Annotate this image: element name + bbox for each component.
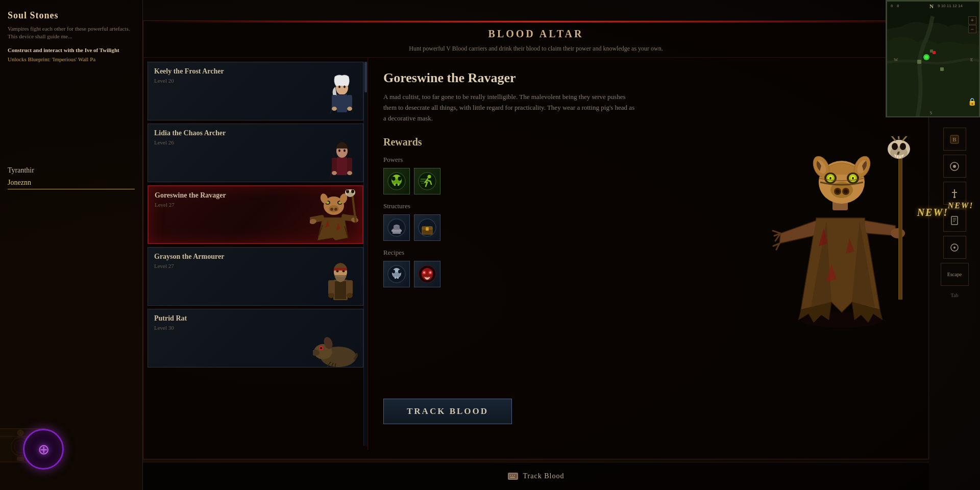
target-goreswine-info: Goreswine the Ravager Level 27 (155, 191, 226, 208)
svg-text:S: S (929, 110, 932, 115)
svg-text:N: N (929, 3, 934, 9)
svg-point-29 (330, 208, 333, 211)
power-icon-2[interactable] (414, 168, 440, 194)
target-list: Keely the Frost Archer Level 20 (143, 58, 368, 450)
target-lidia-name: Lidia the Chaos Archer (154, 129, 226, 137)
bottom-track-blood-label[interactable]: Track Blood (523, 472, 565, 480)
right-btn-escape[interactable]: Escape (941, 263, 969, 286)
altar-content: Keely the Frost Archer Level 20 (143, 58, 928, 450)
svg-rect-132 (512, 475, 513, 476)
zoom-out-button[interactable]: − (968, 25, 976, 33)
svg-point-30 (334, 208, 337, 211)
target-keely[interactable]: Keely the Frost Archer Level 20 (148, 62, 363, 120)
minimap-zoom-controls: + − (968, 16, 976, 33)
svg-rect-12 (347, 95, 352, 108)
target-rat-name: Putrid Rat (154, 314, 187, 323)
svg-rect-88 (397, 277, 399, 279)
svg-point-41 (351, 190, 354, 193)
recipe-icon-1[interactable] (383, 261, 410, 287)
track-blood-button[interactable]: TRACK BLOOD (383, 399, 512, 424)
svg-rect-15 (337, 157, 347, 175)
scrollbar[interactable] (363, 62, 368, 446)
soul-stones-desc: Vampires fight each other for these powe… (8, 25, 135, 41)
svg-point-28 (329, 205, 339, 212)
target-lidia[interactable]: Lidia the Chaos Archer Level 26 (148, 124, 363, 182)
minimap[interactable]: N W E S 6 8 9 10 11 12 14 + − 🔒 (886, 0, 980, 117)
power-icon-1[interactable] (383, 168, 410, 194)
svg-rect-76 (394, 226, 400, 230)
svg-point-13 (332, 107, 337, 111)
svg-rect-75 (391, 230, 402, 232)
svg-point-129 (847, 173, 859, 184)
boss-character-svg (770, 136, 913, 330)
svg-text:B: B (952, 136, 956, 142)
minimap-lock-icon[interactable]: 🔒 (968, 97, 976, 106)
escape-label: Escape (947, 272, 962, 277)
right-btn-circle[interactable] (943, 236, 966, 259)
svg-rect-87 (395, 277, 396, 279)
tab-label: Tab (951, 292, 959, 298)
structure-icon-1[interactable] (383, 214, 410, 241)
target-rat-info: Putrid Rat Level 30 (154, 314, 187, 331)
svg-point-99 (891, 228, 905, 238)
svg-rect-7 (337, 94, 347, 112)
svg-rect-45 (335, 281, 346, 299)
svg-text:6: 6 (891, 4, 893, 8)
bottom-bar-keyboard-icon (508, 473, 518, 480)
target-rat-portrait (313, 309, 359, 367)
svg-rect-11 (332, 95, 337, 108)
right-btn-b[interactable]: B (943, 128, 966, 151)
svg-point-114 (836, 189, 840, 193)
svg-rect-149 (917, 60, 921, 64)
altar-subtitle: Hunt powerful V Blood carriers and drink… (154, 44, 918, 53)
target-grayson-portrait (323, 248, 359, 305)
target-rat-level: Level 30 (154, 325, 187, 331)
target-grayson-name: Grayson the Armourer (154, 253, 224, 261)
target-putrid-rat[interactable]: Putrid Rat Level 30 (148, 309, 363, 368)
svg-point-85 (392, 270, 395, 274)
target-lidia-info: Lidia the Chaos Archer Level 26 (154, 129, 226, 145)
player-joneznn[interactable]: Joneznn (8, 177, 135, 189)
altar-panel: BLOOD ALTAR Hunt powerful V Blood carrie… (143, 20, 929, 459)
right-btn-m[interactable] (943, 155, 966, 178)
svg-point-94 (429, 272, 431, 274)
svg-point-86 (398, 270, 401, 274)
svg-point-21 (332, 171, 337, 175)
target-goreswine[interactable]: Goreswine the Ravager Level 27 (148, 185, 363, 244)
target-grayson-info: Grayson the Armourer Level 27 (154, 253, 224, 269)
svg-rect-131 (510, 475, 511, 476)
svg-text:W: W (894, 57, 898, 62)
target-goreswine-portrait (310, 186, 358, 243)
zoom-in-button[interactable]: + (968, 16, 976, 24)
svg-rect-19 (332, 158, 337, 172)
player-list: Tyranthir Joneznn (8, 164, 135, 189)
svg-point-105 (900, 143, 906, 150)
svg-rect-141 (953, 197, 955, 198)
player-tyranthir[interactable]: Tyranthir (8, 164, 135, 177)
svg-point-153 (925, 56, 928, 59)
bottom-action-bar: Track Blood (143, 462, 929, 490)
svg-rect-142 (951, 216, 958, 225)
svg-rect-134 (510, 477, 515, 478)
svg-rect-67 (396, 184, 398, 186)
altar-top-decoration (143, 21, 928, 22)
svg-point-17 (338, 150, 340, 152)
svg-line-106 (896, 155, 897, 158)
detail-boss-description: A mad cultist, too far gone to be really… (383, 92, 639, 124)
svg-point-53 (347, 293, 353, 298)
svg-rect-130 (509, 474, 517, 479)
svg-point-10 (344, 86, 346, 88)
target-lidia-portrait (326, 124, 359, 182)
svg-point-69 (428, 175, 431, 179)
target-grayson[interactable]: Grayson the Armourer Level 27 (148, 247, 363, 306)
scroll-thumb[interactable] (364, 62, 367, 92)
target-keely-level: Level 20 (154, 78, 224, 84)
svg-point-115 (844, 189, 848, 193)
circle-action-button[interactable] (23, 429, 64, 470)
recipe-icon-2[interactable] (414, 261, 440, 287)
soul-stones-title: Soul Stones (8, 10, 135, 21)
structure-icon-2[interactable] (414, 214, 440, 241)
unlocks-text: Unlocks Blueprint: 'Imperious' Wall Pa (8, 56, 135, 62)
detail-panel: Goreswine the Ravager A mad cultist, too… (368, 58, 928, 450)
target-goreswine-level: Level 27 (155, 202, 226, 208)
